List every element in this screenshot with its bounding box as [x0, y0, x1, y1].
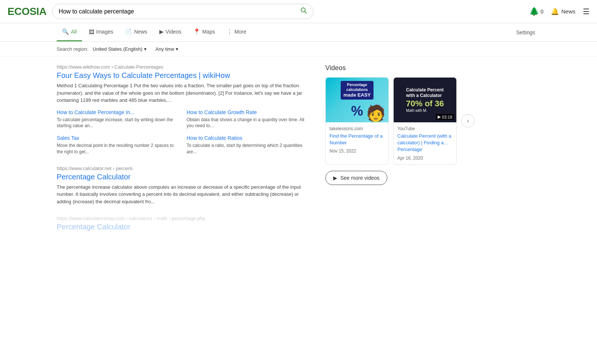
- header: ECOSIA 🌲 0 🔔 News ☰: [0, 0, 597, 23]
- videos-section: Videos Percentagecalculationsmade EASY %…: [325, 64, 475, 185]
- sub-links-grid: How to Calculate Percentage In... To cal…: [57, 109, 310, 155]
- see-more-label: See more videos: [340, 175, 379, 181]
- sub-link-desc: To calculate percentage increase, start …: [57, 117, 181, 129]
- news-label: News: [561, 8, 575, 15]
- play-icon: ▶: [438, 114, 441, 119]
- time-value: Any time: [156, 46, 175, 52]
- sub-link-item: How to Calculate Percentage In... To cal…: [57, 109, 181, 129]
- region-filter[interactable]: United States (English) ▾: [93, 46, 147, 52]
- videos-title: Videos: [325, 64, 475, 72]
- svg-line-1: [305, 12, 307, 13]
- video-thumb-inner: Calculate Percentwith a Calculator 70% o…: [403, 84, 447, 116]
- result-snippet: Method 1 Calculating Percentage 1 Put th…: [57, 82, 310, 104]
- video-card[interactable]: Calculate Percentwith a Calculator 70% o…: [393, 77, 457, 165]
- nav-label-all: All: [71, 29, 77, 35]
- more-icon: ⋮: [227, 28, 232, 35]
- video-link-title[interactable]: Calculate Percent (with a calculator) | …: [397, 133, 453, 153]
- result-title[interactable]: Percentage Calculator: [57, 173, 310, 181]
- ecosia-logo[interactable]: ECOSIA: [7, 6, 46, 18]
- video-source: takelessons.com: [329, 126, 385, 131]
- video-info-2: YouTube Calculate Percent (with a calcul…: [394, 122, 456, 164]
- search-button[interactable]: [300, 7, 307, 16]
- result-title[interactable]: Percentage Calculator: [57, 223, 310, 231]
- search-bar: [52, 4, 313, 19]
- tree-count: 0: [541, 9, 544, 15]
- result-item: https://www.wikihow.com › Calculate-Perc…: [57, 64, 310, 155]
- images-icon: 🖼: [89, 29, 94, 35]
- video-date: Apr 16, 2020: [397, 156, 453, 161]
- sub-link-title[interactable]: How to Calculate Ratios: [187, 135, 310, 141]
- nav-item-news[interactable]: 📄 News: [120, 23, 152, 41]
- nav-label-news: News: [134, 29, 147, 35]
- sub-link-desc: Move the decimal point in the resulting …: [57, 142, 181, 155]
- videos-icon: ▶: [159, 28, 164, 35]
- region-label: Search region:: [57, 46, 88, 52]
- video-thumb-title: Calculate Percentwith a Calculator: [406, 87, 444, 99]
- see-more-videos-button[interactable]: ▶ See more videos: [325, 171, 387, 185]
- video-thumb-badge: Percentagecalculationsmade EASY: [341, 81, 374, 100]
- all-icon: 🔍: [62, 28, 69, 35]
- videos-row: Percentagecalculationsmade EASY % 🧑 take…: [325, 77, 475, 165]
- video-link-title[interactable]: Find the Percentage of a Number: [329, 133, 385, 146]
- sub-link-item: How to Calculate Ratios To calculate a r…: [187, 135, 310, 155]
- video-thumb-percent-symbol: %: [351, 103, 363, 119]
- video-thumbnail-1: Percentagecalculationsmade EASY % 🧑: [326, 78, 388, 122]
- result-title[interactable]: Four Easy Ways to Calculate Percentages …: [57, 71, 310, 80]
- result-url: https://www.calculator.net › percent-: [57, 166, 310, 171]
- videos-next-button[interactable]: ›: [461, 114, 475, 128]
- time-filter[interactable]: Any time ▾: [156, 46, 179, 52]
- play-circle-icon: ▶: [333, 175, 337, 181]
- sub-link-desc: Obtain data that shows a change in a qua…: [187, 117, 310, 129]
- nav-label-images: Images: [96, 29, 113, 35]
- nav-item-videos[interactable]: ▶ Videos: [154, 23, 187, 41]
- video-thumb-channel: Math with M.: [406, 109, 427, 113]
- nav-label-more: More: [234, 29, 246, 35]
- nav-label-videos: Videos: [166, 29, 182, 35]
- maps-icon: 📍: [193, 28, 200, 35]
- news-icon: 📄: [125, 28, 132, 35]
- nav-item-all[interactable]: 🔍 All: [57, 23, 82, 41]
- sub-link-item: How to Calculate Growth Rate Obtain data…: [187, 109, 310, 129]
- news-link[interactable]: 🔔 News: [551, 7, 575, 16]
- sidebar-column: Videos Percentagecalculationsmade EASY %…: [325, 64, 475, 242]
- video-duration: ▶ 03:18: [436, 114, 454, 120]
- nav-item-more[interactable]: ⋮ More: [222, 23, 251, 41]
- main-layout: https://www.wikihow.com › Calculate-Perc…: [0, 57, 597, 249]
- nav-label-maps: Maps: [202, 29, 215, 35]
- video-date: Nov 15, 2022: [329, 148, 385, 154]
- header-right: 🌲 0 🔔 News ☰: [529, 7, 590, 16]
- tree-icon: 🌲: [529, 7, 539, 16]
- result-snippet: The percentage increase calculator above…: [57, 183, 310, 205]
- region-value: United States (English): [93, 46, 143, 52]
- filters-bar: Search region: United States (English) ▾…: [0, 42, 597, 57]
- sub-link-title[interactable]: How to Calculate Percentage In...: [57, 109, 181, 115]
- nav: 🔍 All 🖼 Images 📄 News ▶ Videos 📍 Maps ⋮ …: [0, 23, 597, 42]
- result-item: https://www.calculator.net › percent- Pe…: [57, 166, 310, 205]
- video-person-icon: 🧑: [366, 104, 385, 122]
- sub-link-desc: To calculate a ratio, start by determini…: [187, 142, 310, 155]
- search-icon: [300, 7, 307, 14]
- video-thumbnail-2: Calculate Percentwith a Calculator 70% o…: [394, 78, 456, 122]
- sub-link-title[interactable]: Sales Tax: [57, 135, 181, 141]
- hamburger-menu[interactable]: ☰: [583, 7, 590, 16]
- result-url: https://www.calculatorsoup.com › calcula…: [57, 216, 310, 221]
- video-card[interactable]: Percentagecalculationsmade EASY % 🧑 take…: [325, 77, 389, 165]
- sub-link-item: Sales Tax Move the decimal point in the …: [57, 135, 181, 155]
- bell-icon: 🔔: [551, 7, 559, 16]
- video-info-1: takelessons.com Find the Percentage of a…: [326, 122, 388, 157]
- tree-counter: 🌲 0: [529, 7, 544, 16]
- result-item-faded: https://www.calculatorsoup.com › calcula…: [57, 216, 310, 231]
- result-url: https://www.wikihow.com › Calculate-Perc…: [57, 64, 310, 70]
- settings-link[interactable]: Settings: [511, 24, 540, 41]
- results-column: https://www.wikihow.com › Calculate-Perc…: [57, 64, 310, 242]
- search-input[interactable]: [59, 8, 300, 15]
- nav-item-maps[interactable]: 📍 Maps: [188, 23, 220, 41]
- region-chevron-icon: ▾: [144, 46, 147, 52]
- video-source: YouTube: [397, 126, 453, 131]
- nav-item-images[interactable]: 🖼 Images: [84, 23, 119, 41]
- time-chevron-icon: ▾: [176, 46, 178, 52]
- sub-link-title[interactable]: How to Calculate Growth Rate: [187, 109, 310, 115]
- video-thumb-highlight: 70% of 36: [406, 99, 444, 109]
